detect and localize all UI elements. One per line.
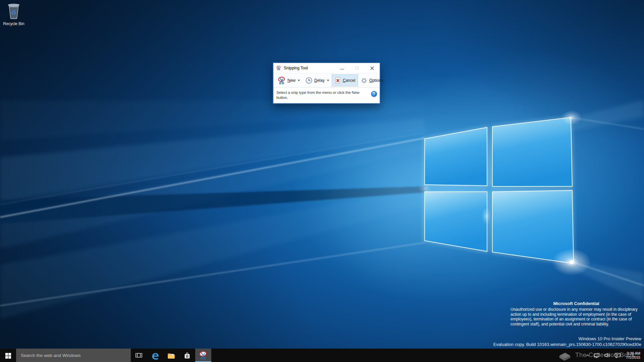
network-icon (593, 352, 600, 359)
edition-watermark: Windows 10 Pro Insider Preview (493, 336, 641, 342)
evaluation-watermark: Evaluation copy. Build 10163.winmain_prs… (493, 342, 641, 347)
maximize-button[interactable] (350, 63, 365, 73)
delay-clock-icon (305, 77, 313, 84)
store-button[interactable] (179, 349, 195, 362)
edge-icon (151, 351, 160, 360)
store-icon (183, 351, 192, 360)
system-tray: 9:39 AM 7/1/2015 (584, 349, 644, 362)
minimize-icon (340, 69, 344, 69)
snipping-tool-window: Snipping Tool New Delay (273, 62, 380, 104)
delay-button[interactable]: Delay (303, 74, 332, 86)
toolbar: New Delay Cancel (273, 73, 380, 88)
close-button[interactable] (365, 63, 380, 73)
network-status-button[interactable] (593, 349, 601, 362)
action-center-button[interactable] (613, 349, 622, 362)
taskbar-search (16, 349, 131, 362)
close-icon (370, 66, 374, 70)
help-icon[interactable]: ? (371, 91, 377, 97)
task-view-button[interactable] (131, 349, 147, 362)
windows-logo-icon (5, 352, 11, 359)
clock-time: 9:39 AM (626, 351, 640, 356)
recycle-bin-icon: ♻ (6, 15, 21, 20)
volume-button[interactable] (603, 349, 611, 362)
action-center-icon (614, 352, 621, 359)
edge-taskbar-button[interactable] (147, 349, 163, 362)
confidential-title: Microsoft Confidential (511, 301, 642, 306)
file-explorer-icon (167, 351, 176, 360)
new-snip-label: New (287, 78, 296, 83)
chevron-up-icon (585, 353, 590, 358)
start-button[interactable] (0, 349, 16, 362)
new-snip-button[interactable]: New (275, 74, 303, 86)
options-button[interactable]: Options (358, 74, 386, 86)
confidential-notice: Microsoft Confidential Unauthorized use … (511, 301, 642, 326)
cancel-icon (334, 77, 341, 84)
volume-icon (603, 352, 611, 359)
snipping-tool-taskbar-button[interactable] (195, 349, 211, 362)
options-label: Options (369, 78, 383, 83)
tray-expand-button[interactable] (584, 349, 590, 362)
options-gear-icon (361, 77, 368, 84)
book-icon (556, 348, 573, 362)
recycle-bin-shortcut[interactable]: ♻ Recycle Bin (1, 3, 27, 26)
cancel-label: Cancel (343, 78, 355, 83)
titlebar[interactable]: Snipping Tool (273, 63, 380, 73)
snipping-tool-taskbar-icon (199, 351, 208, 360)
clock-date: 7/1/2015 (626, 355, 640, 360)
chevron-down-icon (298, 80, 300, 81)
window-title: Snipping Tool (284, 66, 334, 70)
new-snip-icon (278, 76, 286, 84)
chevron-down-icon (327, 80, 329, 81)
status-text: Select a snip type from the menu or clic… (276, 90, 371, 100)
svg-text:♻: ♻ (11, 9, 16, 16)
build-watermark: Windows 10 Pro Insider Preview Evaluatio… (493, 336, 641, 347)
search-input[interactable] (16, 349, 131, 362)
taskbar: The Collection Book (0, 349, 644, 362)
snipping-tool-icon (276, 65, 281, 71)
delay-label: Delay (314, 78, 325, 83)
cancel-button[interactable]: Cancel (332, 74, 358, 86)
file-explorer-button[interactable] (163, 349, 179, 362)
task-view-icon (135, 351, 143, 360)
minimize-button[interactable] (334, 63, 350, 73)
recycle-bin-label: Recycle Bin (1, 21, 27, 26)
taskbar-clock[interactable]: 9:39 AM 7/1/2015 (625, 351, 642, 360)
status-area: Select a snip type from the menu or clic… (273, 88, 380, 103)
maximize-icon (356, 67, 359, 70)
